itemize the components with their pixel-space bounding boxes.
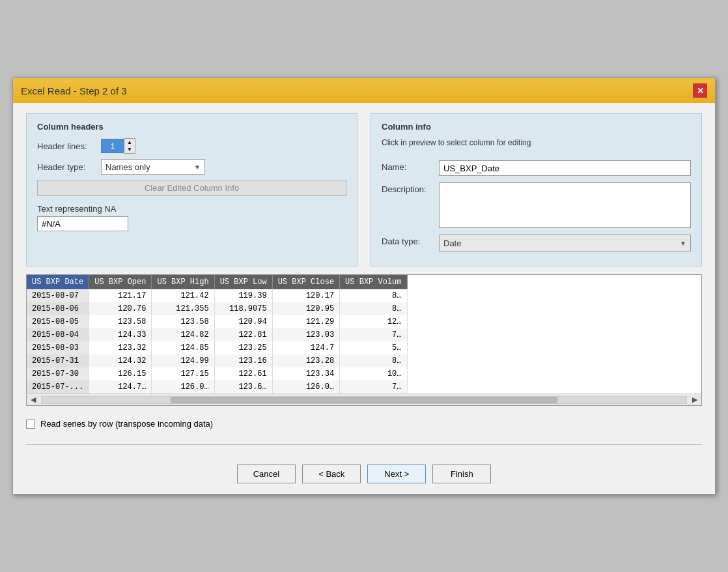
scroll-thumb[interactable] bbox=[171, 397, 557, 403]
table-cell: 7… bbox=[340, 380, 407, 393]
preview-col-header-2[interactable]: US BXP High bbox=[152, 275, 214, 289]
table-cell: 123.34 bbox=[272, 367, 339, 380]
button-row: Cancel < Back Next > Finish bbox=[13, 458, 715, 494]
preview-col-header-5[interactable]: US BXP Volum bbox=[340, 275, 407, 289]
table-cell: 127.15 bbox=[152, 367, 214, 380]
table-cell: 126.0… bbox=[272, 380, 339, 393]
table-cell: 123.58 bbox=[152, 315, 214, 328]
spinner-down[interactable]: ▼ bbox=[124, 146, 135, 153]
table-cell: 7… bbox=[340, 328, 407, 341]
table-cell: 118.9075 bbox=[214, 302, 272, 315]
header-type-label: Header type: bbox=[37, 162, 96, 172]
table-cell: 124.7 bbox=[272, 341, 339, 354]
table-cell: 124.82 bbox=[152, 328, 214, 341]
data-type-value: Date bbox=[443, 238, 680, 248]
table-cell: 2015-07-31 bbox=[27, 354, 89, 367]
table-cell: 12… bbox=[340, 315, 407, 328]
table-cell: 10… bbox=[340, 367, 407, 380]
scroll-track[interactable] bbox=[41, 396, 687, 404]
na-label: Text representing NA bbox=[37, 204, 346, 214]
finish-button[interactable]: Finish bbox=[432, 465, 491, 483]
table-row[interactable]: 2015-08-05123.58123.58120.94121.2912… bbox=[27, 315, 407, 328]
table-cell: 126.15 bbox=[89, 367, 152, 380]
table-cell: 121.355 bbox=[152, 302, 214, 315]
table-cell: 2015-08-06 bbox=[27, 302, 89, 315]
back-button[interactable]: < Back bbox=[302, 465, 361, 483]
read-series-label: Read series by row (transpose incoming d… bbox=[40, 419, 213, 429]
description-row: Description: bbox=[382, 182, 691, 228]
column-headers-title: Column headers bbox=[37, 122, 346, 132]
table-row[interactable]: 2015-08-06120.76121.355118.9075120.958… bbox=[27, 302, 407, 315]
header-lines-label: Header lines: bbox=[37, 141, 96, 151]
table-row[interactable]: 2015-07-31124.32124.99123.16123.288… bbox=[27, 354, 407, 367]
preview-table-wrapper[interactable]: US BXP DateUS BXP OpenUS BXP HighUS BXP … bbox=[27, 275, 701, 393]
description-input[interactable] bbox=[439, 182, 691, 228]
horizontal-scrollbar[interactable]: ◀ ▶ bbox=[27, 393, 701, 405]
header-type-dropdown[interactable]: Names only ▼ bbox=[101, 159, 205, 175]
table-cell: 8… bbox=[340, 289, 407, 302]
table-cell: 2015-08-07 bbox=[27, 289, 89, 302]
cancel-button[interactable]: Cancel bbox=[237, 465, 296, 483]
table-cell: 123.32 bbox=[89, 341, 152, 354]
table-row[interactable]: 2015-08-07121.17121.42119.39120.178… bbox=[27, 289, 407, 302]
spinner-buttons: ▲ ▼ bbox=[124, 138, 135, 154]
preview-col-header-4[interactable]: US BXP Close bbox=[272, 275, 339, 289]
dialog-title: Excel Read - Step 2 of 3 bbox=[21, 85, 127, 96]
header-lines-row: Header lines: 1 ▲ ▼ bbox=[37, 138, 346, 154]
table-cell: 123.28 bbox=[272, 354, 339, 367]
preview-section: US BXP DateUS BXP OpenUS BXP HighUS BXP … bbox=[26, 274, 702, 406]
name-row: Name: bbox=[382, 160, 691, 176]
close-button[interactable]: ✕ bbox=[693, 83, 707, 98]
column-info-header: Column info Click in preview to select c… bbox=[382, 122, 691, 154]
header-lines-spinner[interactable]: 1 ▲ ▼ bbox=[101, 138, 135, 154]
data-type-label: Data type: bbox=[382, 235, 434, 246]
read-series-checkbox[interactable] bbox=[26, 420, 35, 429]
table-cell: 121.17 bbox=[89, 289, 152, 302]
preview-col-header-0[interactable]: US BXP Date bbox=[27, 275, 89, 289]
left-panel: Column headers Header lines: 1 ▲ ▼ Heade… bbox=[26, 113, 357, 266]
header-type-value: Names only bbox=[105, 162, 191, 172]
table-cell: 120.17 bbox=[272, 289, 339, 302]
data-type-dropdown[interactable]: Date ▼ bbox=[439, 235, 691, 251]
scroll-right-icon[interactable]: ▶ bbox=[688, 395, 701, 404]
table-cell: 124.99 bbox=[152, 354, 214, 367]
table-row[interactable]: 2015-08-04124.33124.82122.81123.037… bbox=[27, 328, 407, 341]
na-section: Text representing NA bbox=[37, 204, 346, 231]
table-cell: 123.25 bbox=[214, 341, 272, 354]
table-cell: 124.32 bbox=[89, 354, 152, 367]
data-type-row: Data type: Date ▼ bbox=[382, 235, 691, 251]
right-panel: Column info Click in preview to select c… bbox=[371, 113, 702, 266]
scroll-left-icon[interactable]: ◀ bbox=[27, 395, 40, 404]
table-cell: 120.95 bbox=[272, 302, 339, 315]
table-cell: 124.7… bbox=[89, 380, 152, 393]
clear-edited-column-info-button[interactable]: Clear Edited Column Info bbox=[37, 180, 346, 196]
table-cell: 122.81 bbox=[214, 328, 272, 341]
table-cell: 124.33 bbox=[89, 328, 152, 341]
spinner-up[interactable]: ▲ bbox=[124, 139, 135, 146]
description-label: Description: bbox=[382, 182, 434, 194]
table-row[interactable]: 2015-07-30126.15127.15122.61123.3410… bbox=[27, 367, 407, 380]
data-type-chevron-icon: ▼ bbox=[680, 240, 686, 247]
table-row[interactable]: 2015-07-...124.7…126.0…123.6…126.0…7… bbox=[27, 380, 407, 393]
table-cell: 121.42 bbox=[152, 289, 214, 302]
table-row[interactable]: 2015-08-03123.32124.85123.25124.75… bbox=[27, 341, 407, 354]
header-lines-value: 1 bbox=[101, 139, 124, 153]
preview-col-header-1[interactable]: US BXP Open bbox=[89, 275, 152, 289]
title-bar: Excel Read - Step 2 of 3 ✕ bbox=[13, 78, 715, 103]
table-cell: 122.61 bbox=[214, 367, 272, 380]
name-input[interactable] bbox=[439, 160, 691, 176]
table-cell: 123.03 bbox=[272, 328, 339, 341]
table-cell: 123.6… bbox=[214, 380, 272, 393]
top-section: Column headers Header lines: 1 ▲ ▼ Heade… bbox=[26, 113, 702, 266]
name-label: Name: bbox=[382, 160, 434, 172]
preview-col-header-3[interactable]: US BXP Low bbox=[214, 275, 272, 289]
header-type-row: Header type: Names only ▼ bbox=[37, 159, 346, 175]
divider bbox=[26, 444, 702, 445]
table-cell: 121.29 bbox=[272, 315, 339, 328]
dialog-body: Column headers Header lines: 1 ▲ ▼ Heade… bbox=[13, 103, 715, 458]
column-info-hint: Click in preview to select column for ed… bbox=[382, 138, 691, 147]
excel-read-dialog: Excel Read - Step 2 of 3 ✕ Column header… bbox=[12, 78, 716, 494]
next-button[interactable]: Next > bbox=[367, 465, 426, 483]
table-cell: 2015-08-03 bbox=[27, 341, 89, 354]
na-input[interactable] bbox=[37, 216, 128, 231]
